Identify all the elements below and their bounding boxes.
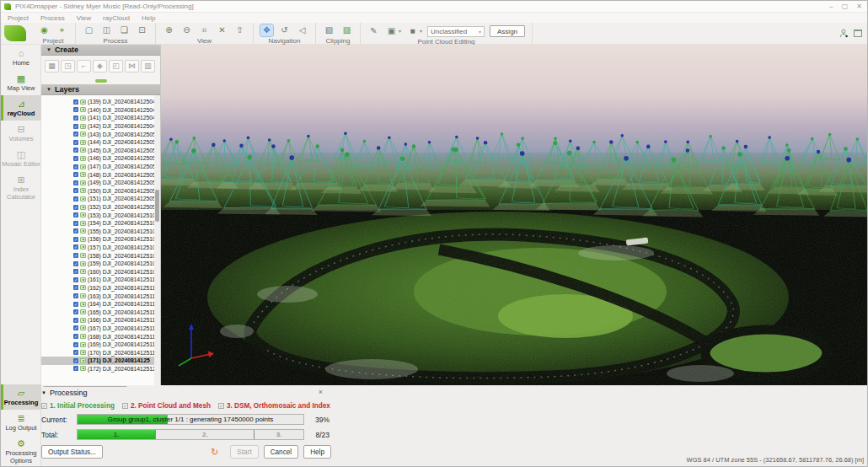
processing-output-icon[interactable]: ⊡ — [136, 24, 148, 36]
layer-row[interactable]: ✓(150) DJI_2024081412505 — [41, 187, 154, 196]
layer-checkbox[interactable]: ✓ — [73, 221, 78, 226]
layer-row[interactable]: ✓(164) DJI_2024081412511 — [41, 300, 154, 309]
layer-checkbox[interactable]: ✓ — [73, 285, 78, 290]
new-polyline-tool[interactable]: ▦ — [45, 60, 59, 72]
layer-row[interactable]: ✓(145) DJI_2024081412505 — [41, 147, 154, 155]
new-document-icon[interactable]: ▢ — [83, 24, 95, 36]
menu-help[interactable]: Help — [142, 14, 155, 22]
layer-row[interactable]: ✓(154) DJI_2024081412510 — [41, 219, 154, 228]
layer-checkbox[interactable]: ✓ — [73, 237, 78, 242]
processing-close-icon[interactable]: × — [319, 389, 323, 396]
sidebar-item-home[interactable]: ⌂Home — [1, 45, 41, 70]
layer-checkbox[interactable]: ✓ — [73, 148, 78, 153]
view-top-icon[interactable]: ⇧ — [233, 24, 246, 36]
open-results-folder-icon[interactable]: ◫ — [100, 24, 113, 36]
splitter-grip[interactable] — [95, 79, 107, 83]
layer-checkbox[interactable]: ✓ — [73, 164, 78, 169]
layer-checkbox[interactable]: ✓ — [73, 124, 78, 129]
layer-row[interactable]: ✓(160) DJI_2024081412510 — [41, 267, 154, 276]
layer-checkbox[interactable]: ✓ — [73, 140, 78, 145]
minimize-button[interactable]: – — [829, 3, 833, 10]
layer-row[interactable]: ✓(157) DJI_2024081412510 — [41, 244, 154, 252]
layer-row[interactable]: ✓(167) DJI_2024081412511 — [41, 325, 154, 333]
step-checkbox[interactable]: ✓ — [218, 403, 224, 409]
panel-splitter[interactable] — [41, 77, 160, 84]
sidebar-item-mosaic-editor[interactable]: ◫Mosaic Editor — [1, 146, 41, 171]
layers-vertical-scrollbar[interactable] — [154, 95, 160, 385]
layer-row[interactable]: ✓(147) DJI_2024081412505 — [41, 163, 154, 171]
project-thumbnail-icon[interactable]: ◉ — [38, 24, 51, 36]
layer-row[interactable]: ✓(140) DJI_2024081412504 — [41, 106, 154, 115]
layer-row[interactable]: ✓(146) DJI_2024081412505 — [41, 154, 154, 163]
layer-checkbox[interactable]: ✓ — [73, 366, 78, 371]
new-scale-constraint-tool[interactable]: ⋈ — [125, 60, 139, 72]
clip-box-icon[interactable]: ▧ — [323, 24, 335, 36]
layer-row[interactable]: ✓(155) DJI_2024081412510 — [41, 228, 154, 236]
layer-checkbox[interactable]: ✓ — [73, 180, 78, 185]
layer-row[interactable]: ✓(143) DJI_2024081412505 — [41, 130, 154, 138]
layer-checkbox[interactable]: ✓ — [73, 156, 78, 161]
layer-row[interactable]: ✓(158) DJI_2024081412510 — [41, 251, 154, 260]
sidebar-item-processing[interactable]: ▱Processing — [1, 384, 41, 410]
layer-checkbox[interactable]: ✓ — [73, 244, 78, 250]
refresh-icon[interactable]: ↻ — [211, 448, 218, 457]
trackball-tool-icon[interactable]: ◁ — [296, 24, 308, 36]
select-mode-icon-group[interactable]: ▣▾ — [385, 25, 401, 37]
chevron-down-icon[interactable]: ▾ — [399, 28, 401, 34]
quality-report-icon[interactable]: ❏ — [118, 24, 131, 36]
layer-row[interactable]: ✓(168) DJI_2024081412511 — [41, 332, 154, 341]
layer-row[interactable]: ✓(142) DJI_2024081412504 — [41, 122, 154, 131]
layer-checkbox[interactable]: ✓ — [73, 318, 78, 323]
output-status-button[interactable]: Output Status... — [41, 445, 103, 459]
layer-checkbox[interactable]: ✓ — [73, 334, 78, 339]
layer-row[interactable]: ✓(162) DJI_2024081412511 — [41, 284, 154, 293]
layer-checkbox[interactable]: ✓ — [73, 350, 78, 355]
layer-row[interactable]: ✓(144) DJI_2024081412505 — [41, 138, 154, 147]
new-surface-tool[interactable]: ◳ — [61, 60, 75, 72]
sidebar-item-volumes[interactable]: ⊟Volumes — [1, 121, 41, 146]
layer-row[interactable]: ✓(166) DJI_2024081412511 — [41, 316, 154, 325]
chevron-down-icon[interactable]: ▾ — [420, 28, 422, 34]
raycloud-3d-viewport[interactable] — [161, 45, 868, 385]
layer-row[interactable]: ✓(148) DJI_2024081412505 — [41, 170, 154, 179]
clip-edit-icon[interactable]: ▨ — [340, 24, 353, 36]
layer-row[interactable]: ✓(170) DJI_2024081412511 — [41, 348, 154, 357]
layer-row[interactable]: ✓(159) DJI_2024081412510 — [41, 260, 154, 268]
user-account-icon[interactable] — [839, 26, 849, 41]
menu-project[interactable]: Project — [8, 14, 29, 22]
layer-checkbox[interactable]: ✓ — [73, 115, 78, 121]
layers-panel-header[interactable]: ▼ Layers — [41, 84, 160, 95]
layer-row[interactable]: ✓(152) DJI_2024081412505 — [41, 203, 154, 212]
processing-panel-header[interactable]: ▼ Processing × — [41, 387, 331, 398]
sidebar-item-processing-options[interactable]: ⚙Processing Options — [1, 435, 41, 467]
menu-raycloud[interactable]: rayCloud — [103, 14, 130, 22]
edit-brush-icon[interactable]: ✎ — [367, 25, 380, 37]
layer-checkbox[interactable]: ✓ — [73, 309, 78, 314]
sidebar-item-log-output[interactable]: ≣Log Output — [1, 410, 41, 435]
layer-row[interactable]: ✓(163) DJI_2024081412511 — [41, 292, 154, 300]
zoom-in-icon[interactable]: ⊕ — [163, 24, 175, 36]
layer-checkbox[interactable]: ✓ — [73, 228, 78, 234]
step-checkbox[interactable]: ✓ — [122, 403, 128, 409]
maximize-button[interactable]: ▢ — [842, 3, 849, 10]
vertical-scrollbar-thumb[interactable] — [155, 190, 159, 222]
layer-row[interactable]: ✓(165) DJI_2024081412511 — [41, 308, 154, 316]
close-button[interactable]: ✕ — [856, 3, 862, 10]
create-panel-header[interactable]: ▼ Create — [41, 45, 160, 56]
layer-checkbox[interactable]: ✓ — [73, 212, 78, 217]
sidebar-item-raycloud[interactable]: ⊿rayCloud — [1, 95, 41, 121]
layer-row[interactable]: ✓(161) DJI_2024081412511 — [41, 276, 154, 284]
gcp-manager-icon[interactable]: ⌖ — [56, 24, 68, 36]
layer-checkbox[interactable]: ✓ — [73, 302, 78, 307]
menu-process[interactable]: Process — [40, 14, 65, 22]
layer-row[interactable]: ✓(151) DJI_2024081412505 — [41, 195, 154, 203]
window-layout-icon[interactable] — [854, 30, 862, 37]
layer-checkbox[interactable]: ✓ — [73, 293, 78, 298]
layer-checkbox[interactable]: ✓ — [73, 269, 78, 274]
layer-checkbox[interactable]: ✓ — [73, 253, 78, 258]
class-select[interactable]: Unclassified▾ — [427, 26, 485, 37]
layer-checkbox[interactable]: ✓ — [73, 205, 78, 210]
class-color-icon-group[interactable]: ■▾ — [406, 25, 422, 37]
zoom-out-icon[interactable]: ⊖ — [180, 24, 193, 36]
layer-row[interactable]: ✓(149) DJI_2024081412505 — [41, 179, 154, 187]
